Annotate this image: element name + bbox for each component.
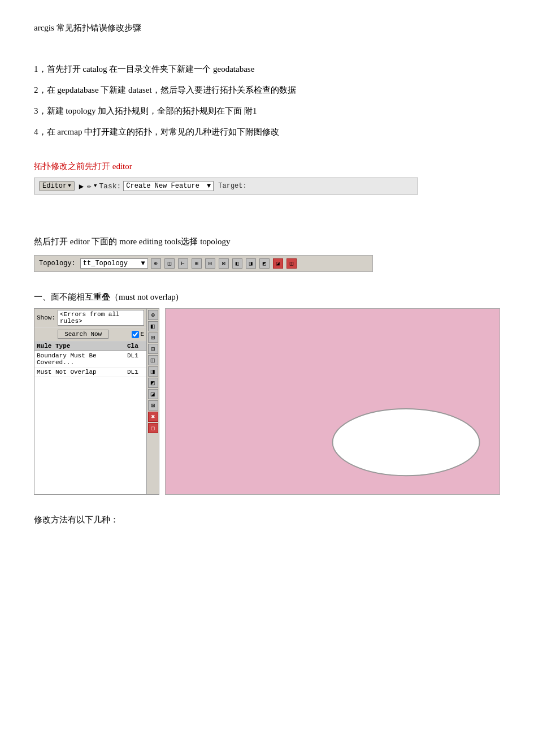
topo-icon-9[interactable]: ◩ [259,258,270,269]
table-row[interactable]: Boundary Must Be Covered... DL1 [34,351,146,368]
table-row[interactable]: Must Not Overlap DL1 [34,368,146,377]
editor-toolbar: Editor ▼ ▶ ✏ ▼ Task: Create New Feature … [34,178,418,195]
side-icon-fix2[interactable]: ⊟ [148,344,158,354]
topo-icon-10[interactable]: ◪ [273,258,283,269]
class-2: DL1 [127,369,144,375]
col-rule-type: Rule Type [37,343,127,349]
errors-dropdown[interactable]: <Errors from all rules> [58,310,144,326]
topology-error-panel-area: Show: <Errors from all rules> Search Now… [34,308,500,495]
side-icon-tool2[interactable]: ◨ [148,366,158,377]
side-icon-tool7[interactable]: ◻ [148,423,158,433]
side-icon-fix[interactable]: ⊞ [148,332,158,343]
topo-icon-4[interactable]: ⊞ [192,258,202,269]
step-1: 1，首先打开 catalog 在一目录文件夹下新建一个 geodatabase [34,62,500,77]
rule-type-2: Must Not Overlap [37,369,127,375]
page-title: arcgis 常见拓扑错误修改步骤 [34,23,500,33]
empty-table-area [34,377,146,479]
fix-methods-label: 修改方法有以下几种： [34,515,500,525]
topology-section-label: 然后打开 editor 下面的 more editing tools选择 top… [34,234,500,249]
step-2: 2，在 gepdatabase 下新建 dataset，然后导入要进行拓扑关系检… [34,83,500,98]
topology-dropdown-arrow: ▼ [141,260,145,267]
topology-label: Topology: [39,260,76,267]
topo-icon-2[interactable]: ◫ [164,258,175,269]
errors-checkbox[interactable] [132,331,139,338]
topo-icon-6[interactable]: ⊠ [219,258,229,269]
topo-icon-5[interactable]: ⊟ [205,258,215,269]
map-view [165,308,500,495]
topo-icon-11[interactable]: ◫ [286,258,297,269]
editor-section-label: 拓扑修改之前先打开 editor [34,161,500,172]
side-icon-tool4[interactable]: ◪ [148,389,158,399]
task-dropdown-arrow: ▼ [207,182,211,190]
search-row: Search Now E [34,327,146,342]
task-label: Task: [99,182,121,191]
show-label: Show: [37,314,55,321]
step-3: 3，新建 topology 加入拓扑规则，全部的拓扑规则在下面 附1 [34,103,500,119]
checkbox-label: E [140,331,144,338]
topology-error-panel: Show: <Errors from all rules> Search Now… [34,308,147,495]
topo-icon-7[interactable]: ◧ [232,258,242,269]
topo-icon-8[interactable]: ◨ [246,258,256,269]
step-4: 4，在 arcmap 中打开建立的拓扑，对常见的几种进行如下附图修改 [34,124,500,140]
panel-side-icons: ⊕ ◧ ⊞ ⊟ ◫ ◨ ◩ ◪ ⊠ ✖ ◻ [147,308,159,495]
task-value: Create New Feature [126,182,199,190]
editor-button-label: Editor [42,182,67,190]
col-header-row: Rule Type Cla [34,342,146,351]
side-icon-tool6[interactable]: ✖ [148,412,158,422]
select-arrow-icon[interactable]: ▶ [79,182,84,191]
large-shape [333,409,480,476]
search-now-button[interactable]: Search Now [58,330,108,339]
topo-icon-3[interactable]: ⊢ [178,258,188,269]
class-1: DL1 [127,352,144,366]
show-row: Show: <Errors from all rules> [34,309,146,327]
topo-icon-1[interactable]: ⊕ [151,258,161,269]
side-icon-tool1[interactable]: ◫ [148,355,158,365]
side-icon-select[interactable]: ◧ [148,321,158,331]
pencil-icon[interactable]: ✏ [87,182,92,191]
rule-type-1: Boundary Must Be Covered... [37,352,127,366]
col-class: Cla [127,343,144,349]
side-icon-tool3[interactable]: ◩ [148,378,158,388]
task-dropdown[interactable]: Create New Feature ▼ [123,181,214,191]
topology-value: tt_Topology [83,260,128,267]
overlap-section-title: 一、面不能相互重叠（must not overlap) [34,292,500,303]
editor-button[interactable]: Editor ▼ [39,181,75,191]
topology-dropdown[interactable]: tt_Topology ▼ [80,258,148,269]
topology-toolbar: Topology: tt_Topology ▼ ⊕ ◫ ⊢ ⊞ ⊟ ⊠ ◧ ◨ … [34,255,373,272]
target-label: Target: [218,182,246,190]
editor-dropdown-arrow: ▼ [68,183,71,189]
side-icon-tool5[interactable]: ⊠ [148,400,158,411]
map-svg [166,309,500,494]
side-icon-zoom[interactable]: ⊕ [148,310,158,320]
pencil-dropdown-arrow: ▼ [94,183,97,189]
